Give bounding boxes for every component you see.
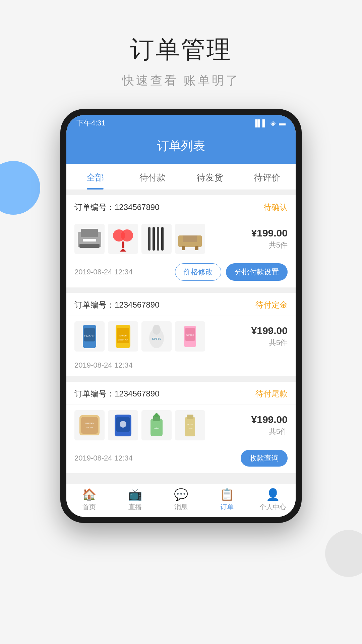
btn-batch-payment[interactable]: 分批付款设置 xyxy=(226,263,288,281)
products-row-1: ¥199.00 共5件 xyxy=(66,218,296,259)
products-row-3: GARDEN Crackers xyxy=(66,405,296,446)
order-price-2: ¥199.00 共5件 xyxy=(247,325,288,348)
svg-rect-9 xyxy=(153,227,155,251)
nav-message[interactable]: 💬 消息 xyxy=(158,488,204,512)
svg-rect-6 xyxy=(122,241,124,248)
price-amount-3: ¥199.00 xyxy=(247,414,288,425)
svg-text:AMTLIA: AMTLIA xyxy=(187,424,193,426)
price-count-3: 共5件 xyxy=(247,427,288,437)
tab-all[interactable]: 全部 xyxy=(66,164,124,190)
order-status-1: 待确认 xyxy=(263,202,288,213)
nav-message-label: 消息 xyxy=(158,502,204,512)
svg-rect-1 xyxy=(81,229,98,237)
order-date-3: 2019-08-24 12:34 xyxy=(74,454,133,463)
product-img-sunscreen: SPF50 xyxy=(141,321,172,352)
product-img-biscuit: GARDEN Crackers xyxy=(74,410,105,440)
svg-point-5 xyxy=(121,229,133,241)
order-card-2: 订单编号：1234567890 待付定金 SNACK xyxy=(66,293,296,376)
live-icon: 📺 xyxy=(112,488,158,501)
tab-pending-payment[interactable]: 待付款 xyxy=(124,164,181,190)
phone-wrapper: 下午4:31 ▐▌▌ ◈ ▬ 订单列表 全部 待付款 待发货 待评价 xyxy=(60,109,302,523)
order-actions-1: 价格修改 分批付款设置 xyxy=(175,263,288,281)
product-images-2: SNACK Monde Cream Puff xyxy=(74,321,247,352)
svg-rect-11 xyxy=(161,227,164,251)
svg-text:Monde: Monde xyxy=(119,334,127,337)
chips-svg: Monde Cream Puff xyxy=(110,323,136,350)
btn-payment-query[interactable]: 收款查询 xyxy=(241,450,288,467)
svg-rect-17 xyxy=(195,246,198,250)
product-img-snack: SNACK xyxy=(74,321,105,352)
detergent-svg xyxy=(110,412,136,439)
order-header-1: 订单编号：1234567890 待确认 xyxy=(66,195,296,218)
product-img-cosmetic: Swisse xyxy=(175,321,205,352)
bg-circle-left xyxy=(0,161,40,215)
svg-text:GARDEN: GARDEN xyxy=(85,422,94,424)
order-footer-2: 2019-08-24 12:34 xyxy=(66,357,296,376)
sunscreen-svg: SPF50 xyxy=(143,323,170,350)
svg-rect-43 xyxy=(187,415,193,419)
nav-order-label: 订单 xyxy=(204,502,250,512)
bottom-nav: 🏠 首页 📺 直播 💬 消息 📋 订单 👤 个人中心 xyxy=(66,484,296,517)
order-date-1: 2019-08-24 12:34 xyxy=(74,268,133,276)
chopsticks-svg xyxy=(143,225,170,252)
price-amount-2: ¥199.00 xyxy=(247,325,288,336)
page-header: 订单管理 快速查看 账单明了 xyxy=(122,34,240,89)
product-img-serum: AMTLIA Serum xyxy=(175,410,205,440)
order-number-3: 订单编号：1234567890 xyxy=(74,388,159,399)
products-row-2: SNACK Monde Cream Puff xyxy=(66,316,296,357)
message-icon: 💬 xyxy=(158,488,204,501)
status-icons: ▐▌▌ ◈ ▬ xyxy=(253,119,286,127)
battery-icon: ▬ xyxy=(279,119,286,127)
svg-rect-2 xyxy=(83,239,96,241)
svg-rect-14 xyxy=(178,235,183,246)
order-actions-3: 收款查询 xyxy=(241,450,288,467)
order-date-2: 2019-08-24 12:34 xyxy=(74,361,133,370)
nav-home[interactable]: 🏠 首页 xyxy=(66,488,112,512)
wifi-icon: ◈ xyxy=(270,119,276,127)
page-subtitle: 快速查看 账单明了 xyxy=(122,72,240,89)
sofa-svg xyxy=(177,225,203,252)
svg-rect-15 xyxy=(197,235,202,246)
price-count-2: 共5件 xyxy=(247,338,288,348)
svg-text:Swisse: Swisse xyxy=(186,334,194,336)
app-header: 订单列表 xyxy=(66,131,296,164)
svg-rect-10 xyxy=(157,227,159,251)
tab-pending-review[interactable]: 待评价 xyxy=(238,164,296,190)
signal-icon: ▐▌▌ xyxy=(253,119,267,127)
order-number-1: 订单编号：1234567890 xyxy=(74,202,159,213)
svg-text:Cream Puff: Cream Puff xyxy=(118,339,128,341)
order-card-3: 订单编号：1234567890 待付尾款 GARDEN Crackers xyxy=(66,382,296,473)
order-price-1: ¥199.00 共5件 xyxy=(247,227,288,250)
svg-text:SPF50: SPF50 xyxy=(152,337,161,340)
printer-svg xyxy=(76,225,103,252)
nav-live[interactable]: 📺 直播 xyxy=(112,488,158,512)
nav-order[interactable]: 📋 订单 xyxy=(204,488,250,512)
product-images-3: GARDEN Crackers xyxy=(74,410,247,440)
lotion-svg: Lotion xyxy=(143,412,170,439)
order-card-1: 订单编号：1234567890 待确认 xyxy=(66,195,296,287)
svg-text:Lotion: Lotion xyxy=(154,427,159,429)
svg-marker-7 xyxy=(120,248,126,252)
order-price-3: ¥199.00 共5件 xyxy=(247,414,288,437)
nav-profile[interactable]: 👤 个人中心 xyxy=(250,488,296,512)
product-images-1 xyxy=(74,224,247,254)
order-status-3: 待付尾款 xyxy=(255,388,288,399)
serum-svg: AMTLIA Serum xyxy=(177,412,203,439)
product-img-chopsticks xyxy=(141,224,172,254)
price-count-1: 共5件 xyxy=(247,240,288,250)
tabs-bar: 全部 待付款 待发货 待评价 xyxy=(66,164,296,190)
snack-svg: SNACK xyxy=(76,323,103,350)
order-icon: 📋 xyxy=(204,488,250,501)
nav-home-label: 首页 xyxy=(66,502,112,512)
price-amount-1: ¥199.00 xyxy=(247,227,288,239)
product-img-sofa xyxy=(175,224,205,254)
nav-live-label: 直播 xyxy=(112,502,158,512)
svg-rect-8 xyxy=(148,227,150,251)
cosmetic-svg: Swisse xyxy=(177,323,203,350)
btn-price-modify[interactable]: 价格修改 xyxy=(175,263,221,281)
product-img-detergent xyxy=(108,410,138,440)
order-status-2: 待付定金 xyxy=(255,300,288,310)
svg-text:Serum: Serum xyxy=(188,428,193,430)
product-img-lotion: Lotion xyxy=(141,410,172,440)
tab-pending-shipment[interactable]: 待发货 xyxy=(181,164,238,190)
